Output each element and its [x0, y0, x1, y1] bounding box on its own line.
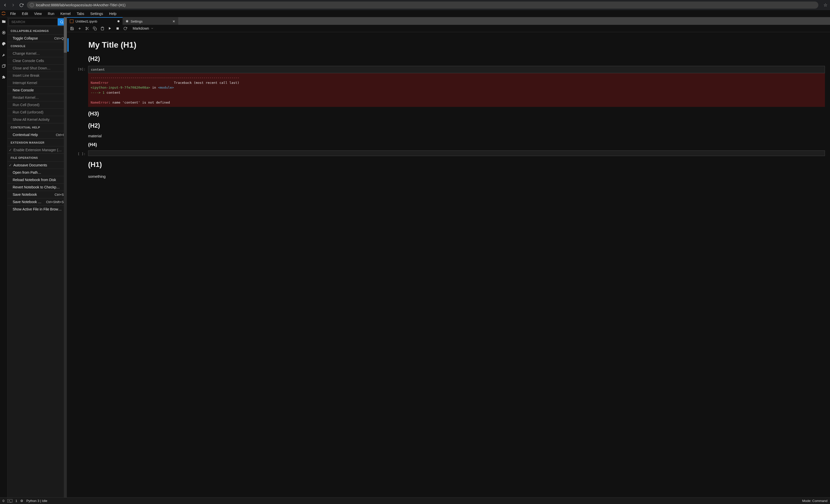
- cmd-save-notebook-as[interactable]: Save Notebook … Ctrl+Shift+S: [8, 198, 67, 206]
- cmd-open-from-path[interactable]: Open from Path…: [8, 169, 67, 176]
- tabs-icon[interactable]: [2, 64, 6, 68]
- celltype-label: Markdown: [133, 26, 149, 30]
- cmd-label: Restart Kernel…: [13, 95, 39, 99]
- cmd-label: Change Kernel…: [13, 52, 40, 56]
- error-output: ----------------------------------------…: [88, 73, 825, 107]
- svg-rect-2: [2, 65, 5, 67]
- cmd-autosave[interactable]: Autosave Documents: [8, 161, 67, 169]
- reload-icon[interactable]: [19, 3, 24, 8]
- code-cell[interactable]: [ ]:: [67, 150, 830, 157]
- cmd-run-unforced[interactable]: Run Cell (unforced): [8, 108, 67, 116]
- cmd-run-forced[interactable]: Run Cell (forced): [8, 101, 67, 108]
- icon-rail: [0, 17, 8, 497]
- cmd-label: Contextual Help: [13, 133, 38, 137]
- markdown-cell[interactable]: (H3): [67, 108, 830, 120]
- status-errors[interactable]: 0: [3, 499, 4, 503]
- statusbar: 0 >_ 1 ⚙ Python 3 | Idle Mode: Command: [0, 497, 830, 504]
- svg-point-3: [61, 21, 63, 23]
- section-console: CONSOLE: [8, 42, 67, 50]
- cmd-show-kernel-activity[interactable]: Show All Kernel Activity: [8, 116, 67, 123]
- restart-icon[interactable]: [123, 26, 127, 30]
- forward-icon[interactable]: [11, 3, 16, 8]
- cut-icon[interactable]: [85, 26, 89, 30]
- menu-tabs[interactable]: Tabs: [74, 11, 87, 17]
- add-cell-icon[interactable]: [77, 26, 82, 30]
- svg-point-8: [86, 29, 87, 30]
- heading-h1: (H1): [88, 158, 825, 171]
- folder-icon[interactable]: [2, 19, 6, 24]
- cmd-enable-ext-manager[interactable]: Enable Extension Manager (…: [8, 146, 67, 154]
- markdown-cell[interactable]: (H1): [67, 157, 830, 172]
- cmd-save-notebook[interactable]: Save Notebook Ctrl+S: [8, 191, 67, 198]
- cmd-reload-notebook[interactable]: Reload Notebook from Disk: [8, 176, 67, 183]
- markdown-cell[interactable]: (H2): [67, 120, 830, 132]
- bookmark-star-icon[interactable]: ☆: [823, 2, 827, 8]
- kernel-status[interactable]: Python 3 | Idle: [26, 499, 47, 503]
- cmd-label: Open from Path…: [13, 170, 41, 175]
- info-icon: i: [30, 3, 34, 7]
- menu-edit[interactable]: Edit: [20, 11, 31, 17]
- cmd-clear-console[interactable]: Clear Console Cells: [8, 57, 67, 64]
- url-bar[interactable]: i localhost:8888/lab/workspaces/auto-I#A…: [27, 2, 818, 9]
- menu-kernel[interactable]: Kernel: [58, 11, 73, 17]
- cmd-label: Insert Line Break: [13, 73, 39, 77]
- cmd-change-kernel[interactable]: Change Kernel…: [8, 50, 67, 57]
- cmd-label: Run Cell (forced): [13, 103, 39, 107]
- code-input[interactable]: [88, 151, 825, 156]
- markdown-cell[interactable]: something: [67, 172, 830, 181]
- markdown-cell[interactable]: (H4): [67, 140, 830, 150]
- status-terminals[interactable]: 1: [15, 499, 17, 503]
- cmd-new-console[interactable]: New Console: [8, 86, 67, 94]
- menu-settings[interactable]: Settings: [88, 11, 106, 17]
- svg-point-7: [86, 27, 87, 28]
- menu-view[interactable]: View: [32, 11, 44, 17]
- markdown-cell[interactable]: My Title (H1): [67, 37, 830, 53]
- tab-label: Settings: [131, 20, 142, 23]
- terminal-icon[interactable]: >_: [7, 499, 12, 502]
- cmd-shortcut: Ctrl+S: [55, 193, 64, 196]
- search-input[interactable]: [9, 18, 58, 26]
- running-icon[interactable]: [2, 30, 6, 35]
- sidebar-scrollbar[interactable]: [64, 17, 67, 497]
- celltype-dropdown[interactable]: Markdown: [133, 26, 154, 30]
- cmd-toggle-collapse[interactable]: Toggle Collapse Ctrl+Q: [8, 34, 67, 42]
- stop-icon[interactable]: [116, 26, 120, 30]
- cmd-interrupt-kernel[interactable]: Interrupt Kernel: [8, 79, 67, 86]
- markdown-cell[interactable]: material: [67, 132, 830, 140]
- markdown-cell[interactable]: (H2): [67, 53, 830, 65]
- cmd-label: Toggle Collapse: [13, 36, 38, 40]
- code-cell[interactable]: [9]: content ---------------------------…: [67, 65, 830, 108]
- tab-settings[interactable]: ✱ Settings ✕: [123, 17, 178, 25]
- paste-icon[interactable]: [100, 26, 104, 30]
- cmd-insert-linebreak[interactable]: Insert Line Break: [8, 72, 67, 79]
- paragraph: material: [88, 133, 825, 139]
- menu-help[interactable]: Help: [106, 11, 119, 17]
- menu-file[interactable]: File: [8, 11, 19, 17]
- wrench-icon[interactable]: [2, 53, 6, 57]
- code-input[interactable]: content: [88, 66, 825, 73]
- cmd-show-active-file[interactable]: Show Active File in File Brow…: [8, 206, 67, 213]
- paragraph: something: [88, 173, 825, 180]
- cmd-restart-kernel[interactable]: Restart Kernel…: [8, 94, 67, 101]
- heading-h2: (H2): [88, 121, 825, 131]
- tabs-row: Untitled1.ipynb ✱ Settings ✕: [67, 17, 830, 25]
- back-icon[interactable]: [3, 3, 8, 8]
- cmd-close-shutdown[interactable]: Close and Shut Down…: [8, 64, 67, 72]
- sidebar-scrollbar-thumb[interactable]: [64, 17, 67, 53]
- save-icon[interactable]: [70, 26, 74, 30]
- tab-untitled-notebook[interactable]: Untitled1.ipynb: [67, 17, 123, 25]
- page-title: My Title (H1): [88, 38, 825, 52]
- palette-icon[interactable]: [2, 41, 6, 46]
- notebook-body[interactable]: My Title (H1) (H2) [9]: content --------…: [67, 32, 830, 497]
- extensions-icon[interactable]: [2, 75, 6, 80]
- cmd-contextual-help[interactable]: Contextual Help Ctrl+I: [8, 131, 67, 138]
- cmd-shortcut: Ctrl+Q: [54, 36, 64, 40]
- run-icon[interactable]: [108, 26, 112, 30]
- cmd-label: Reload Notebook from Disk: [13, 178, 56, 182]
- heading-h2: (H2): [88, 54, 825, 64]
- copy-icon[interactable]: [93, 26, 97, 30]
- kernel-settings-icon[interactable]: ⚙: [20, 499, 23, 503]
- close-icon[interactable]: ✕: [172, 20, 175, 23]
- menu-run[interactable]: Run: [45, 11, 57, 17]
- cmd-revert-notebook[interactable]: Revert Notebook to Checkp…: [8, 183, 67, 191]
